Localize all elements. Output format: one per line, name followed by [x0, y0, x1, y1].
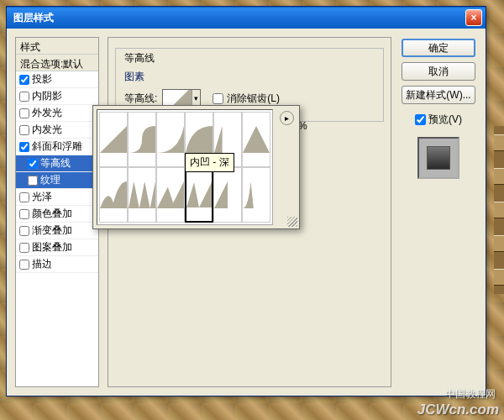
preview-inner: [427, 146, 450, 170]
contour-preset[interactable]: [99, 167, 128, 223]
style-label: 渐变叠加: [32, 223, 72, 238]
style-item[interactable]: 斜面和浮雕: [16, 139, 98, 155]
preview-option[interactable]: 预览(V): [415, 113, 462, 127]
style-item[interactable]: 光泽: [16, 189, 98, 206]
style-item[interactable]: 等高线: [16, 155, 98, 172]
contour-preset[interactable]: [242, 167, 270, 223]
style-label: 图案叠加: [32, 240, 72, 255]
style-label: 斜面和浮雕: [32, 139, 82, 154]
close-icon: ×: [470, 12, 476, 24]
fieldset-title: 等高线: [121, 51, 158, 66]
style-checkbox[interactable]: [19, 226, 29, 236]
dialog-buttons-panel: 确定 取消 新建样式(W)... 预览(V): [400, 37, 477, 387]
style-label: 投影: [32, 72, 52, 87]
preview-label: 预览(V): [428, 113, 462, 127]
cancel-button[interactable]: 取消: [402, 62, 475, 81]
style-item[interactable]: 图案叠加: [16, 239, 98, 256]
antialiased-option[interactable]: 消除锯齿(L): [213, 92, 280, 106]
style-checkbox[interactable]: [19, 209, 29, 219]
style-item[interactable]: 内阴影: [16, 88, 98, 105]
style-label: 纹理: [40, 173, 60, 187]
dropdown-arrow-icon: [192, 90, 200, 107]
style-item[interactable]: 投影: [16, 71, 98, 88]
styles-header[interactable]: 样式: [16, 38, 98, 55]
style-checkbox[interactable]: [28, 159, 38, 169]
dialog-title: 图层样式: [13, 11, 465, 25]
style-checkbox[interactable]: [19, 125, 29, 135]
style-item[interactable]: 内发光: [16, 122, 98, 139]
contour-preset[interactable]: [99, 112, 128, 167]
style-checkbox[interactable]: [19, 92, 29, 102]
contour-preset[interactable]: [156, 112, 185, 167]
contour-preset[interactable]: [128, 167, 156, 223]
style-checkbox[interactable]: [19, 260, 29, 270]
contour-preset[interactable]: [128, 112, 156, 167]
style-label: 内发光: [32, 123, 62, 137]
close-button[interactable]: ×: [465, 9, 482, 26]
new-style-button[interactable]: 新建样式(W)...: [402, 86, 475, 104]
style-label: 内阴影: [32, 89, 62, 103]
contour-preset[interactable]: [156, 167, 185, 223]
antialiased-label: 消除锯齿(L): [227, 92, 280, 106]
style-label: 颜色叠加: [32, 207, 72, 221]
contour-preset-selected[interactable]: [185, 167, 213, 223]
styles-panel: 样式 混合选项:默认 投影内阴影外发光内发光斜面和浮雕等高线纹理光泽颜色叠加渐变…: [15, 37, 99, 387]
ok-button[interactable]: 确定: [402, 39, 475, 57]
style-item[interactable]: 外发光: [16, 105, 98, 122]
preview-swatch: [417, 137, 459, 179]
contour-preset[interactable]: [213, 167, 242, 223]
contour-label: 等高线:: [124, 92, 157, 106]
preview-checkbox[interactable]: [415, 114, 426, 125]
style-checkbox[interactable]: [19, 192, 29, 202]
contour-thumbnail: [163, 90, 192, 107]
style-item[interactable]: 颜色叠加: [16, 206, 98, 223]
antialiased-checkbox[interactable]: [213, 93, 223, 104]
style-checkbox[interactable]: [28, 176, 38, 186]
background-decoration: [494, 126, 504, 294]
watermark-url: JCWcn.com: [417, 402, 499, 418]
resize-grip[interactable]: [287, 217, 297, 227]
style-label: 光泽: [32, 190, 52, 204]
titlebar[interactable]: 图层样式 ×: [7, 7, 486, 29]
style-checkbox[interactable]: [19, 108, 29, 118]
style-item[interactable]: 纹理: [16, 172, 98, 189]
contour-preset[interactable]: [242, 112, 270, 167]
elements-subtitle: 图素: [124, 70, 375, 84]
contour-tooltip: 内凹 - 深: [185, 153, 234, 172]
picker-menu-button[interactable]: [280, 111, 294, 125]
watermark-cn: 中国教程网: [445, 387, 496, 402]
style-item[interactable]: 描边: [16, 256, 98, 273]
style-checkbox[interactable]: [19, 243, 29, 253]
style-label: 描边: [32, 257, 52, 271]
style-item[interactable]: 渐变叠加: [16, 223, 98, 239]
style-checkbox[interactable]: [19, 142, 29, 152]
style-label: 等高线: [40, 156, 71, 171]
blend-options-row[interactable]: 混合选项:默认: [16, 55, 98, 71]
style-checkbox[interactable]: [19, 75, 29, 85]
style-label: 外发光: [32, 106, 62, 120]
